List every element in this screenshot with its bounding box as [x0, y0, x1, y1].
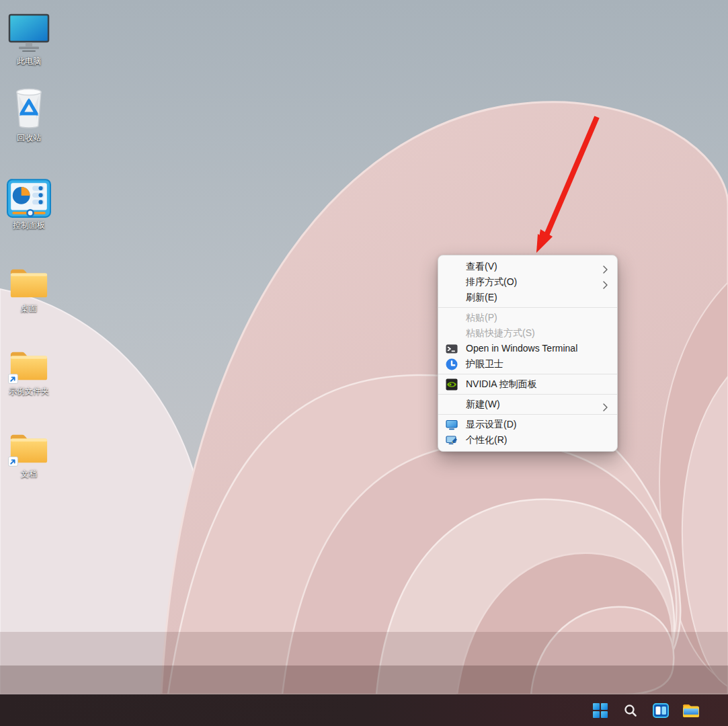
windows-terminal-icon: [446, 343, 458, 355]
folder-icon: [0, 338, 58, 384]
this-pc-icon: [0, 8, 58, 54]
menu-item-label: 显示设置(D): [466, 419, 516, 430]
desktop-icon-label: 桌面: [0, 304, 58, 314]
menu-item-label: 个性化(R): [466, 434, 507, 445]
chevron-right-icon: [603, 278, 608, 286]
folder-icon: [0, 421, 58, 467]
personalization-icon: [446, 434, 458, 446]
desktop-icon-label: 此电脑: [0, 56, 58, 67]
menu-separator: [438, 307, 617, 308]
search-button[interactable]: [622, 702, 639, 719]
start-button[interactable]: [592, 702, 609, 719]
desktop-icon-label: 控制面板: [0, 220, 58, 231]
bloom-wallpaper: [0, 0, 728, 694]
task-view-icon: [653, 703, 669, 718]
menu-item-label: 查看(V): [466, 261, 497, 272]
file-explorer-button[interactable]: [682, 702, 700, 719]
shortcut-arrow-badge: [8, 374, 18, 384]
menu-item-label: NVIDIA 控制面板: [466, 378, 537, 389]
menu-item-view[interactable]: 查看(V): [438, 259, 617, 274]
desktop-icon-label: 示例文件夹: [0, 387, 58, 397]
display-settings-icon: [446, 419, 458, 431]
menu-item-label: 刷新(E): [466, 292, 497, 302]
menu-item-label: 粘贴快捷方式(S): [466, 327, 535, 338]
menu-item-label: 排序方式(O): [466, 276, 517, 287]
search-icon: [623, 703, 638, 718]
menu-item-nvidia-control-panel[interactable]: NVIDIA 控制面板: [438, 376, 617, 392]
control-panel-icon: [0, 172, 58, 218]
menu-item-paste-shortcut: 粘贴快捷方式(S): [438, 325, 617, 341]
taskbar: [0, 694, 728, 726]
desktop-icon-this-pc[interactable]: 此电脑: [0, 8, 58, 67]
desktop-icon-sample-folder[interactable]: 示例文件夹: [0, 338, 58, 397]
chevron-right-icon: [603, 401, 608, 409]
menu-item-personalize[interactable]: 个性化(R): [438, 432, 617, 448]
menu-item-label: 新建(W): [466, 399, 500, 409]
desktop-icon-recycle-bin[interactable]: 回收站: [0, 85, 58, 143]
menu-separator: [438, 414, 617, 415]
menu-item-eye-guard[interactable]: 护眼卫士: [438, 356, 617, 372]
folder-icon: [0, 255, 58, 301]
nvidia-icon: [446, 378, 458, 391]
menu-item-refresh[interactable]: 刷新(E): [438, 290, 617, 305]
desktop-surface[interactable]: 此电脑 回收站: [0, 0, 728, 694]
menu-item-label: Open in Windows Terminal: [466, 343, 577, 354]
taskbar-icons: [592, 694, 700, 726]
menu-separator: [438, 394, 617, 395]
menu-item-new[interactable]: 新建(W): [438, 397, 617, 412]
desktop-context-menu: 查看(V) 排序方式(O) 刷新(E) 粘贴(P) 粘贴快捷方式(S): [438, 255, 618, 452]
menu-item-sort-by[interactable]: 排序方式(O): [438, 274, 617, 290]
task-view-button[interactable]: [652, 702, 670, 719]
desktop-icon-desktop-folder[interactable]: 桌面: [0, 255, 58, 314]
desktop-icon-label: 文档: [0, 469, 58, 479]
chevron-right-icon: [603, 263, 608, 271]
windows-start-icon: [593, 703, 608, 718]
windows-11-desktop-screen: 此电脑 回收站: [0, 0, 728, 726]
menu-item-label: 粘贴(P): [466, 312, 497, 323]
menu-item-display-settings[interactable]: 显示设置(D): [438, 417, 617, 432]
menu-item-paste: 粘贴(P): [438, 310, 617, 325]
desktop-icon-label: 回收站: [0, 133, 58, 143]
file-explorer-icon: [682, 703, 700, 718]
shortcut-arrow-badge: [8, 456, 18, 467]
menu-separator: [438, 374, 617, 374]
menu-item-open-in-windows-terminal[interactable]: Open in Windows Terminal: [438, 341, 617, 356]
eye-guard-icon: [446, 358, 458, 370]
desktop-icon-control-panel[interactable]: 控制面板: [0, 172, 58, 231]
recycle-bin-icon: [0, 85, 58, 130]
menu-item-label: 护眼卫士: [466, 358, 503, 369]
desktop-icon-documents-folder[interactable]: 文档: [0, 421, 58, 479]
